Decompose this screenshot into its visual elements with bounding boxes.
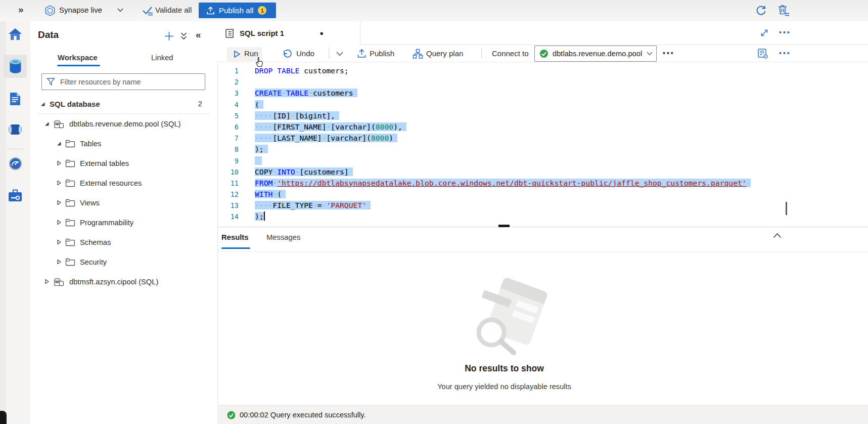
manage-icon: [8, 189, 23, 202]
splitter-drag-handle[interactable]: [498, 225, 510, 227]
refresh-icon[interactable]: [755, 5, 767, 16]
collapse-results-icon[interactable]: [772, 232, 782, 239]
query-plan-button[interactable]: Query plan: [426, 49, 463, 58]
expand-menu-icon[interactable]: »: [18, 4, 24, 15]
toolbar-more-icon[interactable]: •••: [779, 49, 791, 57]
tree-item-label: External tables: [80, 159, 129, 167]
code-line-3[interactable]: CREATE·TABLE·customers: [255, 88, 751, 99]
tree-item-security[interactable]: Security: [30, 252, 217, 272]
publish-button[interactable]: Publish: [370, 49, 394, 58]
nav-data[interactable]: [4, 55, 27, 78]
collapsed-triangle-icon[interactable]: [56, 239, 62, 245]
code-line-10[interactable]: COPY·INTO·[customers]: [255, 166, 751, 178]
tab-results[interactable]: Results: [221, 233, 248, 241]
publish-all-button[interactable]: Publish all 1: [199, 3, 276, 18]
empty-results-title: No results to show: [217, 363, 791, 374]
undo-button[interactable]: Undo: [296, 49, 314, 58]
code-line-11[interactable]: FROM·'https://dbtlabsynapsedatalake.blob…: [255, 178, 751, 189]
expanded-triangle-icon[interactable]: [39, 101, 45, 107]
no-results-illustration: [445, 276, 566, 359]
tab-sql-script-1[interactable]: SQL script 1 ●: [217, 21, 360, 45]
pool-icon: [53, 119, 65, 129]
tree-item-views[interactable]: Views: [30, 193, 217, 213]
add-resource-icon[interactable]: [164, 31, 174, 41]
tree-item-label: Security: [80, 258, 107, 266]
tree-item-schemas[interactable]: Schemas: [30, 232, 217, 252]
expand-editor-icon[interactable]: [760, 28, 769, 37]
line-number: 9: [217, 155, 239, 166]
tree-item-label: dbtlabs.revenue.demo.pool (SQL): [69, 120, 180, 128]
synapse-studio-window: » Synapse live Validate all Publish all …: [0, 0, 868, 424]
code-line-7[interactable]: ····[LAST_NAME]·[varchar](8000): [255, 133, 751, 144]
tab-linked[interactable]: Linked: [151, 54, 173, 62]
toolbar-divider: [329, 48, 329, 59]
code-line-4[interactable]: (: [255, 99, 751, 110]
tree-item-external-tables[interactable]: External tables: [30, 153, 217, 173]
nav-monitor[interactable]: [4, 152, 27, 175]
environment-selector[interactable]: Synapse live: [59, 6, 102, 14]
code-line-6[interactable]: ····[FIRST_NAME]·[varchar](8000),: [255, 121, 751, 133]
code-lines[interactable]: DROP TABLE customers;CREATE·TABLE·custom…: [255, 65, 751, 223]
code-line-1[interactable]: DROP TABLE customers;: [255, 65, 751, 76]
tree-item-label: External resources: [80, 179, 142, 187]
expanded-triangle-icon[interactable]: [56, 141, 62, 146]
tab-more-icon[interactable]: •••: [779, 28, 791, 36]
line-number: 2: [217, 76, 239, 88]
tree-item-tables[interactable]: Tables: [30, 134, 217, 153]
undo-icon: [282, 49, 292, 59]
tree-item-sql-database[interactable]: SQL database2: [30, 94, 217, 113]
tree-item-label: SQL database: [50, 100, 100, 108]
home-icon: [8, 27, 23, 41]
line-number: 14: [217, 211, 239, 222]
code-line-12[interactable]: WITH·(: [255, 189, 751, 200]
tree-item-label: Tables: [80, 140, 101, 148]
mouse-cursor: [255, 57, 264, 68]
connect-more-icon[interactable]: •••: [663, 49, 675, 57]
code-line-2[interactable]: [255, 76, 751, 88]
expanded-triangle-icon[interactable]: [43, 121, 50, 126]
collapsed-triangle-icon[interactable]: [56, 200, 62, 205]
query-status-message: 00:00:02 Query executed successfully.: [240, 411, 366, 419]
folder-icon: [65, 140, 75, 148]
tree-item-external-resources[interactable]: External resources: [30, 173, 217, 193]
collapsed-triangle-icon[interactable]: [56, 180, 62, 186]
nav-manage[interactable]: [4, 184, 27, 207]
code-line-13[interactable]: ····FILE_TYPE·=·'PARQUET': [255, 200, 751, 211]
nav-integrate[interactable]: [4, 118, 27, 141]
tree-item-label: Programmability: [80, 219, 133, 227]
code-line-14[interactable]: );: [255, 211, 751, 222]
collapsed-triangle-icon[interactable]: [56, 220, 62, 225]
editor-results-splitter[interactable]: [217, 227, 868, 227]
discard-all-icon[interactable]: [778, 4, 790, 17]
synapse-logo-icon: [44, 5, 56, 16]
folder-icon: [65, 199, 75, 207]
tree-item-dbtlabs-revenue-demo-pool-sql[interactable]: dbtlabs.revenue.demo.pool (SQL): [30, 114, 217, 134]
results-active-underline: [221, 247, 250, 249]
nav-develop[interactable]: [4, 87, 27, 110]
connection-dropdown[interactable]: dbtlabs.revenue.demo.pool: [534, 46, 657, 62]
collapsed-triangle-icon[interactable]: [56, 160, 62, 166]
tab-messages[interactable]: Messages: [266, 233, 300, 241]
collapse-all-icon[interactable]: [180, 32, 188, 40]
folder-icon: [65, 159, 75, 167]
collapsed-triangle-icon[interactable]: [56, 259, 62, 265]
tree-item-count: 2: [198, 100, 202, 108]
nav-home[interactable]: [4, 22, 27, 46]
tab-workspace[interactable]: Workspace: [58, 54, 98, 62]
tree-item-programmability[interactable]: Programmability: [30, 213, 217, 232]
filter-input-box: [41, 73, 205, 90]
undo-dropdown-icon[interactable]: [336, 51, 344, 57]
tree-item-dbtmsft-azsyn-cipool-sql[interactable]: dbtmsft.azsyn.cipool (SQL): [30, 272, 217, 291]
filter-input[interactable]: [59, 77, 205, 87]
code-line-5[interactable]: ····[ID]·[bigint],: [255, 110, 751, 121]
collapse-panel-icon[interactable]: «: [196, 29, 201, 40]
line-number: 4: [217, 99, 239, 110]
collapsed-triangle-icon[interactable]: [43, 279, 50, 284]
line-number: 12: [217, 189, 239, 200]
environment-chevron-icon[interactable]: [117, 8, 124, 13]
publish-all-label: Publish all: [219, 6, 253, 15]
query-settings-icon[interactable]: [757, 48, 768, 59]
validate-all-button[interactable]: Validate all: [155, 6, 192, 14]
code-line-8[interactable]: );: [255, 144, 751, 155]
code-line-9[interactable]: [255, 155, 751, 166]
